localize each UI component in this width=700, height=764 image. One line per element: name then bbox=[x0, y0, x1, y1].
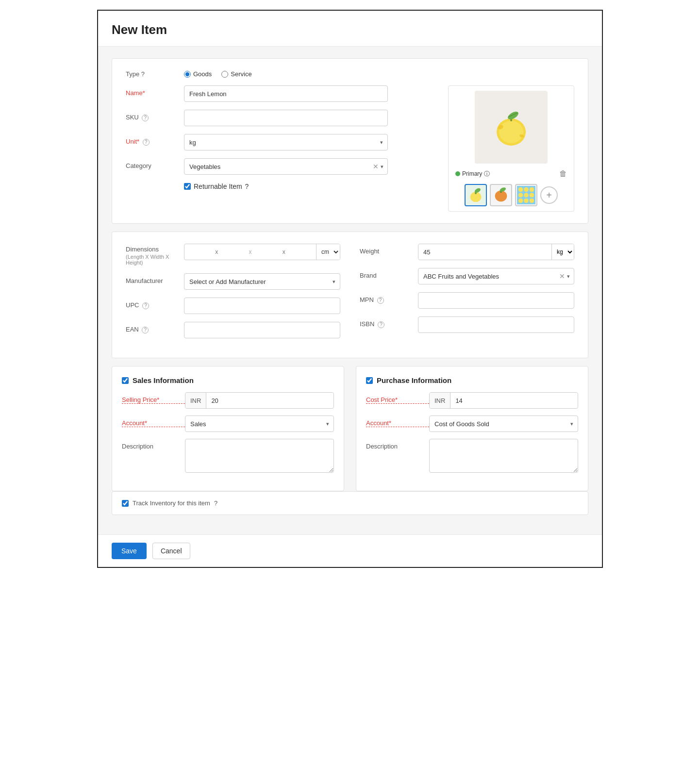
ean-help-icon[interactable]: ? bbox=[142, 327, 149, 333]
brand-select[interactable]: ABC Fruits and Vegetables ✕ ▾ bbox=[418, 268, 574, 284]
form-footer: Save Cancel bbox=[98, 534, 602, 567]
brand-value: ABC Fruits and Vegetables bbox=[423, 273, 559, 280]
mpn-label: MPN ? bbox=[360, 292, 418, 304]
delete-image-icon[interactable]: 🗑 bbox=[559, 169, 567, 178]
track-inventory-section: Track Inventory for this item ? bbox=[112, 491, 588, 515]
returnable-checkbox[interactable] bbox=[184, 183, 191, 190]
sku-control bbox=[184, 110, 388, 126]
purchase-account-label: Account* bbox=[366, 415, 429, 427]
thumbnail-1[interactable] bbox=[465, 184, 487, 206]
dimensions-sublabel: (Length X Width X Height) bbox=[126, 254, 184, 266]
purchase-account-control: Cost of Goods Sold ▾ bbox=[429, 415, 578, 432]
dim-width-input[interactable] bbox=[252, 244, 317, 260]
dim-length-input[interactable] bbox=[184, 244, 249, 260]
upc-control bbox=[184, 298, 340, 314]
ean-control bbox=[184, 322, 340, 338]
category-clear-icon[interactable]: ✕ bbox=[373, 163, 379, 170]
svg-point-14 bbox=[518, 187, 523, 192]
isbn-input[interactable] bbox=[418, 316, 574, 333]
sales-info-section: Sales Information Selling Price* INR 20 … bbox=[112, 366, 344, 491]
purchase-account-select-wrapper: Cost of Goods Sold ▾ bbox=[429, 415, 578, 432]
isbn-control bbox=[418, 316, 574, 333]
service-radio[interactable] bbox=[221, 71, 228, 78]
purchase-description-control bbox=[429, 439, 578, 474]
svg-point-15 bbox=[524, 187, 529, 192]
svg-point-17 bbox=[518, 193, 523, 198]
weight-unit-select[interactable]: kg g lb bbox=[551, 244, 574, 260]
upc-input[interactable] bbox=[184, 298, 340, 314]
brand-control: ABC Fruits and Vegetables ✕ ▾ bbox=[418, 268, 574, 284]
purchase-account-select[interactable]: Cost of Goods Sold bbox=[429, 415, 578, 432]
sku-help-icon[interactable]: ? bbox=[142, 115, 149, 121]
category-chevron-icon: ▾ bbox=[381, 164, 383, 170]
brand-clear-icon[interactable]: ✕ bbox=[559, 272, 565, 280]
category-control: Vegetables ✕ ▾ bbox=[184, 158, 388, 175]
isbn-help-icon[interactable]: ? bbox=[378, 321, 384, 328]
name-input[interactable]: Fresh Lemon bbox=[184, 85, 388, 102]
manufacturer-select-wrapper: Select or Add Manufacturer ▾ bbox=[184, 273, 340, 290]
purchase-info-title: Purchase Information bbox=[366, 376, 578, 384]
goods-radio-option[interactable]: Goods bbox=[184, 70, 212, 78]
upc-label: UPC ? bbox=[126, 298, 184, 309]
page-title: New Item bbox=[112, 22, 588, 37]
svg-point-21 bbox=[524, 199, 529, 203]
service-radio-option[interactable]: Service bbox=[221, 70, 251, 78]
svg-point-18 bbox=[524, 193, 529, 198]
sales-info-title: Sales Information bbox=[122, 376, 334, 384]
unit-select[interactable]: kg g lb bbox=[184, 134, 388, 150]
save-button[interactable]: Save bbox=[112, 543, 147, 559]
goods-radio[interactable] bbox=[184, 71, 191, 78]
thumbnail-3[interactable] bbox=[515, 184, 537, 206]
svg-point-1 bbox=[499, 121, 523, 143]
returnable-help-icon[interactable]: ? bbox=[245, 183, 249, 190]
svg-point-22 bbox=[530, 199, 534, 203]
mpn-help-icon[interactable]: ? bbox=[377, 297, 384, 304]
mpn-input[interactable] bbox=[418, 292, 574, 309]
track-inventory-checkbox[interactable] bbox=[122, 500, 129, 507]
purchase-info-checkbox[interactable] bbox=[366, 377, 373, 384]
type-radio-group: Goods Service bbox=[184, 70, 252, 78]
name-control: Fresh Lemon bbox=[184, 85, 388, 102]
category-value: Vegetables bbox=[189, 163, 373, 170]
purchase-info-section: Purchase Information Cost Price* INR 14 … bbox=[356, 366, 588, 491]
ean-label: EAN ? bbox=[126, 322, 184, 333]
brand-label: Brand bbox=[360, 268, 418, 279]
weight-input-wrapper: 45 kg g lb bbox=[418, 244, 574, 260]
unit-select-wrapper: kg g lb ▾ bbox=[184, 134, 388, 150]
svg-point-16 bbox=[530, 187, 534, 192]
cost-price-input[interactable]: 14 bbox=[450, 393, 578, 408]
sku-input[interactable] bbox=[184, 110, 388, 126]
add-image-button[interactable]: + bbox=[540, 186, 558, 204]
weight-input[interactable]: 45 bbox=[418, 244, 551, 260]
manufacturer-select[interactable]: Select or Add Manufacturer bbox=[184, 273, 340, 290]
category-select[interactable]: Vegetables ✕ ▾ bbox=[184, 158, 388, 175]
thumbnail-2[interactable] bbox=[490, 184, 512, 206]
sales-info-checkbox[interactable] bbox=[122, 377, 129, 384]
sales-account-label: Account* bbox=[122, 415, 185, 427]
isbn-label: ISBN ? bbox=[360, 316, 418, 328]
category-label: Category bbox=[126, 158, 184, 169]
mpn-control bbox=[418, 292, 574, 309]
cost-price-input-wrapper: INR 14 bbox=[429, 392, 578, 409]
dimensions-input-wrapper: x cm m in bbox=[184, 244, 340, 260]
type-label: Type ? bbox=[126, 70, 184, 78]
primary-help-icon[interactable]: ⓘ bbox=[484, 170, 490, 178]
dim-unit-select[interactable]: cm m in bbox=[316, 244, 340, 260]
upc-help-icon[interactable]: ? bbox=[142, 302, 149, 309]
selling-price-input[interactable]: 20 bbox=[206, 393, 333, 408]
purchase-description-input[interactable] bbox=[429, 439, 578, 473]
service-label: Service bbox=[231, 70, 251, 78]
track-inventory-help-icon[interactable]: ? bbox=[214, 499, 217, 507]
sales-account-select[interactable]: Sales bbox=[185, 415, 334, 432]
unit-help-icon[interactable]: ? bbox=[143, 139, 150, 146]
svg-point-19 bbox=[530, 193, 534, 198]
dimensions-control: x cm m in bbox=[184, 244, 340, 260]
main-image bbox=[475, 91, 548, 164]
sales-account-control: Sales ▾ bbox=[185, 415, 334, 432]
unit-label: Unit* ? bbox=[126, 134, 184, 146]
cancel-button[interactable]: Cancel bbox=[152, 543, 190, 559]
image-upload-section: Primary ⓘ 🗑 bbox=[448, 85, 574, 212]
type-help-icon[interactable]: ? bbox=[141, 70, 145, 78]
ean-input[interactable] bbox=[184, 322, 340, 338]
sales-description-input[interactable] bbox=[185, 439, 334, 473]
